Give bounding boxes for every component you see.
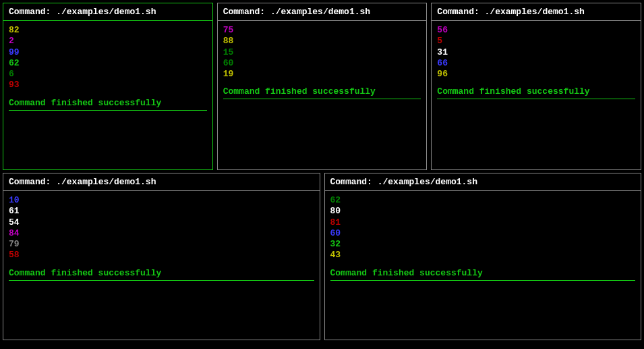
status-block: Command finished successfully <box>9 268 314 281</box>
pane-body: 7588156019Command finished successfully <box>218 21 427 169</box>
pane-header: Command: ./examples/demo1.sh <box>325 173 641 191</box>
output-line: 10 <box>9 195 314 206</box>
output-line: 60 <box>223 58 421 69</box>
command-value: ./examples/demo1.sh <box>56 7 156 17</box>
output-line: 88 <box>223 36 421 47</box>
output-line: 66 <box>437 58 635 69</box>
output-line: 99 <box>9 47 207 58</box>
output-line: 60 <box>330 228 636 239</box>
status-block: Command finished successfully <box>223 86 421 99</box>
output-line: 56 <box>437 25 635 36</box>
terminal-pane[interactable]: Command: ./examples/demo1.sh 8229962693C… <box>3 3 213 170</box>
output-line: 32 <box>330 239 636 250</box>
output-line: 62 <box>330 195 636 206</box>
command-label: Command: <box>437 7 484 17</box>
terminal-pane[interactable]: Command: ./examples/demo1.sh 10615484795… <box>3 173 320 340</box>
pane-header: Command: ./examples/demo1.sh <box>3 3 212 21</box>
output-line: 19 <box>223 69 421 80</box>
command-label: Command: <box>9 177 56 187</box>
command-value: ./examples/demo1.sh <box>378 177 477 187</box>
output-line: 82 <box>9 25 207 36</box>
status-divider <box>9 110 207 111</box>
status-text: Command finished successfully <box>223 86 421 97</box>
pane-header: Command: ./examples/demo1.sh <box>3 173 320 191</box>
output-line: 43 <box>330 250 636 261</box>
terminal-pane[interactable]: Command: ./examples/demo1.sh 7588156019C… <box>217 3 428 170</box>
output-line: 79 <box>9 239 314 250</box>
command-value: ./examples/demo1.sh <box>270 7 370 17</box>
output-line: 5 <box>437 36 635 47</box>
pane-body: 565316696Command finished successfully <box>432 21 641 169</box>
output-line: 2 <box>9 36 207 47</box>
status-divider <box>223 99 421 99</box>
command-value: ./examples/demo1.sh <box>56 177 156 187</box>
status-text: Command finished successfully <box>330 268 636 278</box>
terminal-pane[interactable]: Command: ./examples/demo1.sh 62808160324… <box>324 173 642 340</box>
status-text: Command finished successfully <box>9 268 314 278</box>
output-line: 31 <box>437 47 635 58</box>
pane-header: Command: ./examples/demo1.sh <box>432 3 641 21</box>
terminal-pane[interactable]: Command: ./examples/demo1.sh 565316696Co… <box>431 3 641 170</box>
command-label: Command: <box>9 7 56 17</box>
output-line: 6 <box>9 69 207 80</box>
output-line: 15 <box>223 47 421 58</box>
output-line: 58 <box>9 250 314 261</box>
output-line: 75 <box>223 25 421 36</box>
output-line: 54 <box>9 217 314 228</box>
pane-body: 106154847958Command finished successfull… <box>3 191 320 340</box>
command-label: Command: <box>330 177 378 187</box>
status-text: Command finished successfully <box>437 86 635 97</box>
status-divider <box>9 280 314 281</box>
status-block: Command finished successfully <box>9 98 207 111</box>
output-line: 61 <box>9 206 314 217</box>
pane-body: 8229962693Command finished successfully <box>3 21 212 169</box>
output-line: 80 <box>330 206 636 217</box>
status-block: Command finished successfully <box>437 86 635 99</box>
status-divider <box>437 99 635 99</box>
pane-row-top: Command: ./examples/demo1.sh 8229962693C… <box>0 0 644 171</box>
pane-row-bottom: Command: ./examples/demo1.sh 10615484795… <box>0 171 644 343</box>
output-line: 84 <box>9 228 314 239</box>
status-text: Command finished successfully <box>9 98 207 108</box>
output-line: 93 <box>9 80 207 90</box>
status-block: Command finished successfully <box>330 268 636 281</box>
command-value: ./examples/demo1.sh <box>485 7 585 17</box>
pane-body: 628081603243Command finished successfull… <box>325 191 641 340</box>
status-divider <box>330 280 636 281</box>
command-label: Command: <box>223 7 270 17</box>
output-line: 62 <box>9 58 207 69</box>
output-line: 81 <box>330 217 636 228</box>
output-line: 96 <box>437 69 635 80</box>
pane-header: Command: ./examples/demo1.sh <box>218 3 427 21</box>
